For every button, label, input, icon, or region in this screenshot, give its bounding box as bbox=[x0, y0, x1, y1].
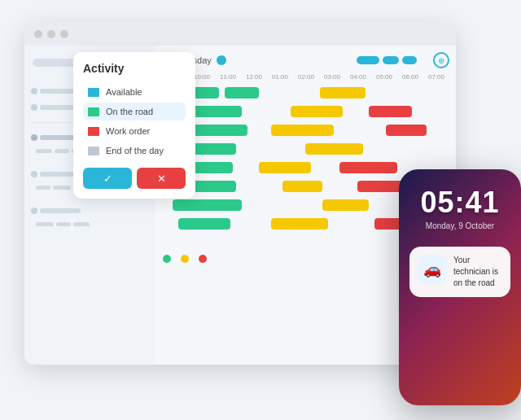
gantt-bar-yellow-4[interactable] bbox=[305, 143, 363, 155]
main-nav-bar: Tuesday ⊕ bbox=[161, 52, 449, 68]
gantt-bar-green-5[interactable] bbox=[190, 143, 236, 155]
popup-item-label-on-road: On the road bbox=[106, 107, 153, 116]
nav-next-button[interactable] bbox=[217, 55, 226, 65]
time-12: 12:00 bbox=[241, 73, 267, 81]
notification-icon-wrap: 🚗 bbox=[418, 255, 447, 284]
titlebar-dot-3 bbox=[60, 30, 68, 38]
sidebar-mini-line bbox=[73, 222, 90, 226]
time-07: 07:00 bbox=[423, 73, 449, 81]
popup-item-work-order[interactable]: Work order bbox=[83, 122, 186, 140]
scene: Tuesday ⊕ 09:00 10:00 11:00 bbox=[24, 23, 497, 397]
popup-buttons: ✓ ✕ bbox=[83, 168, 186, 189]
sidebar-mini-line bbox=[55, 149, 69, 153]
popup-item-label-available: Available bbox=[106, 87, 142, 97]
gantt-bar-yellow-3[interactable] bbox=[271, 125, 335, 136]
timeline-header: 09:00 10:00 11:00 12:00 01:00 02:00 03:0… bbox=[161, 73, 449, 81]
time-05: 05:00 bbox=[371, 73, 397, 81]
flag-work-order bbox=[88, 127, 99, 136]
gantt-bar-yellow-7[interactable] bbox=[322, 199, 369, 211]
legend-green-dot bbox=[163, 255, 171, 263]
legend-yellow-dot bbox=[181, 255, 189, 263]
titlebar-dot-2 bbox=[47, 30, 55, 38]
flag-available bbox=[88, 88, 99, 97]
legend-red-dot bbox=[199, 255, 207, 263]
popup-item-on-road[interactable]: On the road bbox=[83, 103, 186, 120]
gantt-bar-red-3[interactable] bbox=[339, 162, 397, 173]
phone-notification: 🚗 Your technician is on the road bbox=[409, 247, 510, 297]
gantt-bar-green-2[interactable] bbox=[225, 87, 259, 98]
sidebar-row-5 bbox=[31, 206, 148, 216]
gantt-bar-yellow-5[interactable] bbox=[259, 162, 311, 173]
popup-item-label-work-order: Work order bbox=[106, 126, 150, 136]
sidebar-dot bbox=[31, 208, 37, 214]
gantt-bar-green-8[interactable] bbox=[173, 199, 242, 211]
time-11: 11:00 bbox=[215, 73, 241, 81]
titlebar bbox=[24, 23, 456, 46]
gantt-bar-yellow-2[interactable] bbox=[291, 106, 343, 117]
header-pill-2 bbox=[383, 56, 399, 64]
time-04: 04:00 bbox=[345, 73, 371, 81]
titlebar-dot-1 bbox=[34, 30, 42, 38]
car-icon: 🚗 bbox=[423, 260, 441, 278]
gantt-bar-red-2[interactable] bbox=[386, 125, 427, 136]
gantt-bar-red-1[interactable] bbox=[369, 106, 412, 117]
popup-item-label-end-of-day: End of the day bbox=[106, 146, 164, 155]
sidebar-sub-row-3 bbox=[36, 222, 148, 226]
gantt-bar-yellow-8[interactable] bbox=[271, 218, 329, 230]
gantt-row-2 bbox=[161, 104, 449, 119]
sidebar-dot bbox=[31, 171, 37, 177]
popup-confirm-button[interactable]: ✓ bbox=[83, 168, 132, 189]
sidebar-dot bbox=[31, 104, 37, 111]
header-pills bbox=[357, 56, 417, 64]
popup-item-end-of-day[interactable]: End of the day bbox=[83, 142, 186, 160]
globe-icon[interactable]: ⊕ bbox=[433, 52, 449, 68]
time-02: 02:00 bbox=[293, 73, 319, 81]
sidebar-mini-line bbox=[56, 222, 71, 226]
header-pill-3 bbox=[402, 56, 417, 64]
sidebar-mini-line bbox=[36, 222, 54, 226]
notification-text: Your technician is on the road bbox=[453, 255, 502, 289]
header-pill-1 bbox=[357, 56, 379, 64]
activity-popup: Activity Available On the road Work orde… bbox=[73, 52, 195, 199]
gantt-bar-green-9[interactable] bbox=[178, 218, 230, 230]
time-06: 06:00 bbox=[397, 73, 423, 81]
time-01: 01:00 bbox=[267, 73, 293, 81]
phone-time: 05:41 bbox=[420, 186, 499, 220]
sidebar-dot bbox=[31, 88, 37, 94]
gantt-bar-yellow-1[interactable] bbox=[320, 87, 366, 98]
popup-item-available[interactable]: Available bbox=[83, 83, 186, 101]
time-03: 03:00 bbox=[319, 73, 345, 81]
sidebar-mini-line bbox=[53, 186, 71, 190]
gantt-row-3 bbox=[161, 123, 449, 138]
gantt-row-1 bbox=[161, 85, 449, 100]
flag-end-of-day bbox=[88, 147, 99, 155]
gantt-bar-yellow-6[interactable] bbox=[282, 181, 323, 192]
sidebar-dot bbox=[31, 134, 37, 141]
popup-title: Activity bbox=[83, 62, 186, 75]
flag-on-road bbox=[88, 107, 99, 116]
sidebar-mini-line bbox=[36, 186, 50, 190]
mobile-phone: 05:41 Monday, 9 October 🚗 Your technicia… bbox=[399, 169, 521, 405]
sidebar-line bbox=[40, 208, 81, 213]
phone-date: Monday, 9 October bbox=[426, 221, 494, 230]
gantt-bar-red-4[interactable] bbox=[357, 181, 404, 192]
sidebar-mini-line bbox=[36, 149, 52, 153]
gantt-row-4 bbox=[161, 142, 449, 156]
popup-cancel-button[interactable]: ✕ bbox=[137, 168, 186, 189]
